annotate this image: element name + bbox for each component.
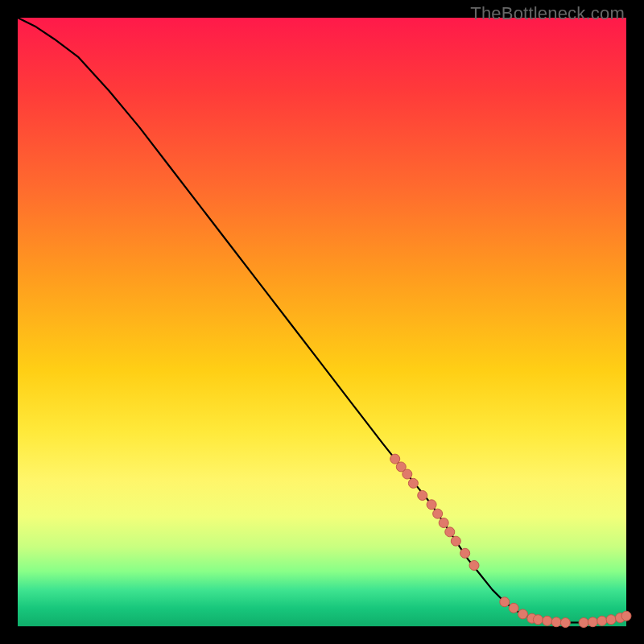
chart-marker [551, 617, 561, 627]
chart-frame: TheBottleneck.com [0, 0, 644, 644]
chart-marker [469, 560, 479, 570]
chart-marker [433, 509, 443, 518]
chart-marker [579, 617, 588, 627]
chart-marker [533, 615, 543, 625]
chart-marker [500, 597, 510, 607]
chart-marker [445, 527, 455, 537]
chart-marker [427, 500, 436, 510]
chart-marker [518, 609, 527, 619]
chart-overlay [18, 18, 626, 626]
chart-marker [418, 490, 427, 500]
chart-marker [460, 548, 470, 558]
chart-marker [390, 454, 400, 464]
chart-marker [509, 603, 518, 613]
chart-marker [402, 469, 412, 479]
chart-marker [621, 611, 631, 621]
chart-markers [390, 454, 631, 627]
chart-marker [451, 536, 460, 546]
chart-curve [18, 18, 626, 622]
chart-marker [560, 617, 570, 627]
chart-marker [543, 616, 552, 625]
chart-marker [408, 478, 418, 488]
chart-marker [606, 615, 616, 625]
chart-marker [597, 616, 607, 625]
chart-marker [588, 617, 597, 627]
chart-marker [439, 518, 448, 527]
